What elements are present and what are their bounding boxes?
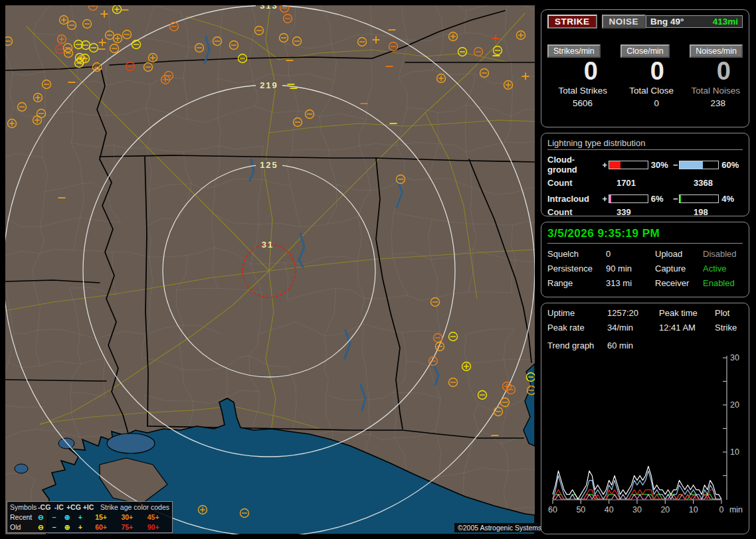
- app-window: { "toolbar": { "strike_label": "STRIKE",…: [0, 0, 756, 539]
- strikes-per-min-button[interactable]: Strikes/min: [547, 44, 601, 58]
- cg-positive-bar: [609, 161, 648, 169]
- legend-col-ic-pos: +IC: [81, 502, 96, 512]
- cg-pos-symbol-icon: ⊕: [60, 512, 74, 522]
- ic-pos-symbol-icon: +: [74, 512, 87, 522]
- total-noises-label: Total Noises: [680, 86, 743, 96]
- svg-text:20: 20: [660, 505, 670, 514]
- cg-negative-bar: [679, 161, 719, 169]
- legend-row-label: Old: [10, 522, 34, 532]
- legend-col-ic-neg: -IC: [52, 502, 66, 512]
- count-label: Count: [547, 207, 616, 217]
- receiver-label: Receiver: [655, 278, 703, 288]
- cg-positive-percent: 30%: [648, 160, 672, 170]
- distribution-title: Lightning type distribution: [547, 138, 743, 150]
- svg-text:50: 50: [576, 505, 585, 514]
- plot-mode-value: Strike: [715, 323, 743, 333]
- squelch-label: Squelch: [547, 249, 606, 259]
- cg-negative-percent: 60%: [719, 160, 743, 170]
- bearing-readout: Bng 49° 413mi: [646, 15, 743, 28]
- total-close-value: 0: [614, 98, 676, 108]
- age-code: 90+: [143, 522, 169, 532]
- svg-text:0: 0: [719, 505, 724, 514]
- peak-time-label: Peak time: [659, 308, 715, 318]
- trend-window-value: 60 min: [607, 341, 633, 350]
- plot-label: Plot: [715, 308, 743, 318]
- legend-age-header: Strike age color codes: [100, 502, 169, 512]
- strike-mode-button[interactable]: STRIKE: [547, 15, 597, 29]
- close-per-min-button[interactable]: Close/min: [620, 44, 670, 58]
- capture-label: Capture: [655, 264, 703, 273]
- age-code: 30+: [117, 512, 143, 522]
- ic-negative-count: 198: [694, 207, 708, 217]
- session-panel: Uptime 1257:20 Peak time Plot Peak rate …: [541, 303, 749, 534]
- range-label: Range: [547, 278, 606, 288]
- peak-rate-label: Peak rate: [547, 323, 607, 333]
- receiver-status: Enabled: [703, 278, 743, 288]
- datetime-display: 3/5/2026 9:35:19 PM: [547, 227, 743, 244]
- svg-text:20: 20: [730, 400, 739, 410]
- upload-status: Disabled: [703, 249, 743, 259]
- ic-positive-bar: [609, 194, 648, 203]
- svg-text:10: 10: [689, 505, 698, 514]
- trend-graph: 1020306050403020100min: [547, 352, 745, 519]
- radar-map[interactable]: 31321912531 Symbols -CG -IC +CG +IC Stri…: [5, 5, 535, 534]
- svg-text:30: 30: [730, 353, 739, 362]
- svg-text:30: 30: [632, 505, 642, 514]
- age-code: 15+: [91, 512, 117, 522]
- copyright-text: ©2005 Astrogenic Systems: [454, 523, 545, 532]
- cg-neg-symbol-icon: ⊖: [34, 512, 47, 522]
- upload-label: Upload: [655, 249, 703, 259]
- peak-rate-value: 34/min: [607, 323, 659, 333]
- legend-col-cg-pos: +CG: [66, 502, 81, 512]
- svg-text:31: 31: [262, 240, 274, 250]
- intracloud-label: Intracloud: [547, 194, 601, 204]
- map-legend: Symbols -CG -IC +CG +IC Strike age color…: [7, 501, 173, 533]
- persistence-label: Persistence: [547, 264, 606, 273]
- persistence-value: 90 min: [606, 264, 655, 273]
- svg-text:10: 10: [730, 447, 739, 457]
- ic-neg-symbol-icon: −: [47, 522, 60, 532]
- ic-positive-count: 339: [616, 207, 694, 217]
- range-value: 313 mi: [606, 278, 655, 288]
- legend-title: Symbols: [10, 502, 37, 512]
- age-code: 60+: [91, 522, 117, 532]
- ic-neg-symbol-icon: −: [47, 512, 60, 522]
- total-close-label: Total Close: [614, 86, 676, 96]
- svg-text:40: 40: [605, 505, 614, 514]
- trend-graph-label: Trend graph: [547, 341, 607, 350]
- total-noises-value: 238: [680, 98, 743, 108]
- squelch-value: 0: [606, 249, 655, 259]
- distribution-panel: Lightning type distribution Cloud-ground…: [541, 133, 749, 216]
- ic-negative-bar: [679, 194, 719, 203]
- status-panel: 3/5/2026 9:35:19 PM Squelch 0 Upload Dis…: [541, 222, 749, 297]
- uptime-value: 1257:20: [607, 308, 659, 318]
- count-label: Count: [547, 178, 616, 188]
- strikes-rate-value: 0: [547, 58, 610, 84]
- plus-sign: +: [601, 194, 609, 204]
- ic-positive-percent: 6%: [648, 194, 672, 204]
- close-rate-value: 0: [614, 58, 676, 84]
- age-code: 75+: [117, 522, 143, 532]
- cloud-ground-label: Cloud-ground: [547, 155, 601, 175]
- map-canvas: 31321912531: [5, 5, 535, 534]
- total-strikes-value: 5606: [547, 98, 610, 108]
- noises-per-min-button[interactable]: Noises/min: [690, 44, 743, 58]
- svg-text:125: 125: [260, 160, 278, 170]
- legend-row-label: Recent: [10, 512, 34, 522]
- cg-neg-symbol-icon: ⊖: [34, 522, 47, 532]
- uptime-label: Uptime: [547, 308, 607, 318]
- svg-text:313: 313: [260, 5, 278, 11]
- plus-sign: +: [601, 160, 609, 170]
- bearing-label: Bng 49°: [650, 17, 684, 27]
- noises-rate-value: 0: [680, 58, 743, 84]
- legend-col-cg-neg: -CG: [37, 502, 52, 512]
- svg-text:min: min: [729, 505, 743, 514]
- ic-pos-symbol-icon: +: [74, 522, 87, 532]
- capture-status: Active: [703, 264, 743, 273]
- peak-time-value: 12:41 AM: [659, 323, 715, 333]
- bearing-range: 413mi: [713, 17, 738, 27]
- minus-sign: −: [672, 160, 680, 170]
- minus-sign: −: [672, 194, 680, 204]
- svg-text:219: 219: [260, 80, 278, 90]
- noise-mode-button[interactable]: NOISE: [602, 15, 646, 29]
